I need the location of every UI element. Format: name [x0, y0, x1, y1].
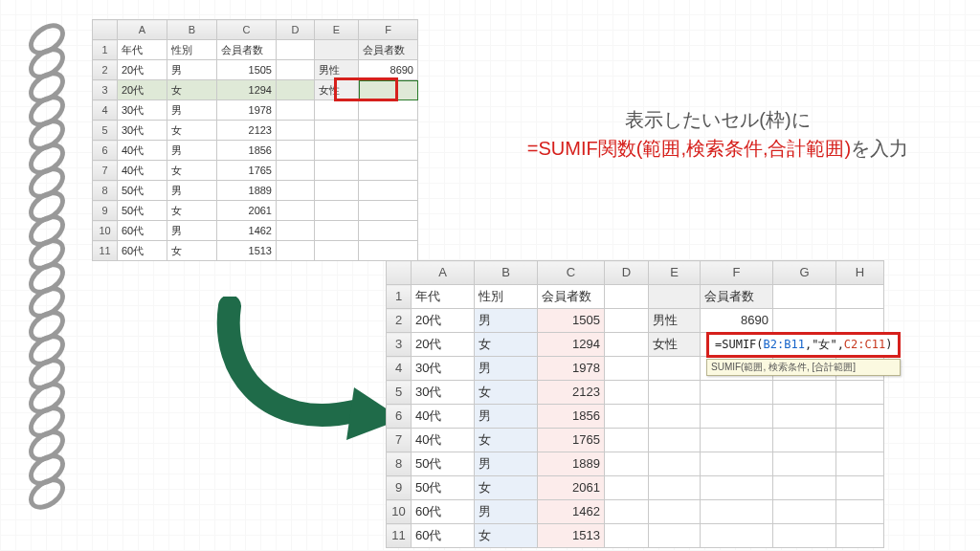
- cell[interactable]: [605, 429, 649, 452]
- cell[interactable]: [277, 241, 315, 261]
- cell[interactable]: 1294: [538, 333, 605, 357]
- col-E[interactable]: E: [649, 261, 701, 285]
- cell[interactable]: 男: [167, 141, 217, 161]
- cell[interactable]: [649, 500, 701, 524]
- row-10[interactable]: 10: [387, 500, 412, 524]
- col-F[interactable]: F: [701, 261, 773, 285]
- cell[interactable]: 20代: [118, 60, 167, 80]
- cell[interactable]: 会員者数: [538, 285, 605, 309]
- cell[interactable]: [605, 405, 649, 429]
- row-1[interactable]: 1: [93, 40, 118, 60]
- cell[interactable]: 女性: [649, 333, 701, 357]
- col-A[interactable]: A: [412, 261, 475, 285]
- cell[interactable]: 40代: [118, 141, 167, 161]
- cell[interactable]: [605, 500, 649, 524]
- cell[interactable]: [359, 221, 418, 241]
- cell[interactable]: 年代: [412, 285, 475, 309]
- cell[interactable]: [836, 524, 884, 548]
- target-cell-f3[interactable]: [359, 80, 418, 100]
- col-E[interactable]: E: [315, 20, 359, 40]
- cell[interactable]: [773, 309, 836, 333]
- col-D[interactable]: D: [605, 261, 649, 285]
- cell[interactable]: 40代: [412, 429, 475, 452]
- cell[interactable]: 女: [475, 429, 538, 452]
- cell[interactable]: [277, 40, 315, 60]
- col-G[interactable]: G: [773, 261, 836, 285]
- cell[interactable]: [277, 221, 315, 241]
- cell[interactable]: [277, 181, 315, 201]
- cell[interactable]: [605, 381, 649, 405]
- cell[interactable]: 男: [167, 221, 217, 241]
- cell[interactable]: 1462: [538, 500, 605, 524]
- cell[interactable]: 1889: [538, 452, 605, 476]
- cell[interactable]: [836, 309, 884, 333]
- cell[interactable]: 30代: [412, 357, 475, 381]
- col-D[interactable]: D: [277, 20, 315, 40]
- cell[interactable]: 1765: [217, 161, 277, 181]
- cell[interactable]: 50代: [412, 476, 475, 500]
- cell[interactable]: 女: [167, 121, 217, 141]
- cell[interactable]: [836, 476, 884, 500]
- row-8[interactable]: 8: [387, 452, 412, 476]
- cell[interactable]: 30代: [412, 381, 475, 405]
- cell[interactable]: 1462: [217, 221, 277, 241]
- row-3[interactable]: 3: [93, 80, 118, 100]
- row-7[interactable]: 7: [387, 429, 412, 452]
- row-9[interactable]: 9: [93, 201, 118, 221]
- cell[interactable]: [773, 524, 836, 548]
- cell[interactable]: 20代: [412, 333, 475, 357]
- cell[interactable]: [315, 241, 359, 261]
- cell[interactable]: [277, 100, 315, 121]
- cell[interactable]: 1505: [538, 309, 605, 333]
- cell[interactable]: 30代: [118, 100, 167, 121]
- cell[interactable]: [605, 476, 649, 500]
- cell[interactable]: 1294: [217, 80, 277, 100]
- cell[interactable]: [649, 476, 701, 500]
- formula-text[interactable]: =SUMIF(B2:B11,"女",C2:C11): [706, 332, 901, 358]
- row-10[interactable]: 10: [93, 221, 118, 241]
- cell[interactable]: 60代: [118, 221, 167, 241]
- cell[interactable]: [605, 452, 649, 476]
- cell[interactable]: 女性: [315, 80, 359, 100]
- cell[interactable]: 1765: [538, 429, 605, 452]
- cell[interactable]: 60代: [118, 241, 167, 261]
- cell[interactable]: 男: [475, 309, 538, 333]
- row-6[interactable]: 6: [387, 405, 412, 429]
- cell[interactable]: [701, 452, 773, 476]
- cell[interactable]: 男性: [315, 60, 359, 80]
- cell[interactable]: 会員者数: [701, 285, 773, 309]
- cell[interactable]: [649, 381, 701, 405]
- col-C[interactable]: C: [217, 20, 277, 40]
- cell[interactable]: [315, 201, 359, 221]
- cell[interactable]: [315, 100, 359, 121]
- cell[interactable]: 2123: [538, 381, 605, 405]
- cell[interactable]: [773, 405, 836, 429]
- cell[interactable]: [649, 285, 701, 309]
- cell[interactable]: [359, 141, 418, 161]
- cell[interactable]: [649, 429, 701, 452]
- cell[interactable]: [701, 429, 773, 452]
- cell[interactable]: 女: [475, 476, 538, 500]
- cell[interactable]: 2061: [217, 201, 277, 221]
- row-11[interactable]: 11: [93, 241, 118, 261]
- corner-cell[interactable]: [387, 261, 412, 285]
- cell[interactable]: 1513: [538, 524, 605, 548]
- cell[interactable]: [277, 121, 315, 141]
- cell[interactable]: [605, 333, 649, 357]
- cell[interactable]: 性別: [167, 40, 217, 60]
- cell[interactable]: 男性: [649, 309, 701, 333]
- cell[interactable]: [315, 161, 359, 181]
- row-11[interactable]: 11: [387, 524, 412, 548]
- cell[interactable]: [277, 80, 315, 100]
- cell[interactable]: 1889: [217, 181, 277, 201]
- col-A[interactable]: A: [118, 20, 167, 40]
- cell[interactable]: [359, 121, 418, 141]
- cell[interactable]: 男: [167, 181, 217, 201]
- row-3[interactable]: 3: [387, 333, 412, 357]
- cell[interactable]: [359, 161, 418, 181]
- col-H[interactable]: H: [836, 261, 884, 285]
- cell[interactable]: [277, 141, 315, 161]
- cell[interactable]: [605, 357, 649, 381]
- cell[interactable]: [315, 221, 359, 241]
- cell[interactable]: 女: [475, 333, 538, 357]
